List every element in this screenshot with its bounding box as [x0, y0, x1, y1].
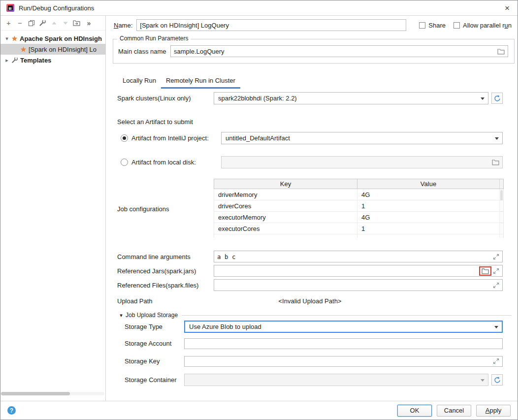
- sidebar-horizontal-scrollbar[interactable]: [0, 392, 104, 395]
- main-class-label: Main class name: [118, 48, 170, 55]
- storage-account-label: Storage Account: [125, 340, 184, 347]
- cell-key[interactable]: driverCores: [214, 202, 357, 210]
- scrollbar-thumb[interactable]: [1, 392, 70, 395]
- copy-configuration-button[interactable]: [26, 18, 37, 29]
- artifact-section-label: Select an Artifact to submit: [117, 118, 193, 126]
- storage-account-field[interactable]: [184, 338, 503, 349]
- tab-locally-run[interactable]: Locally Run: [118, 74, 161, 89]
- share-checkbox[interactable]: [419, 22, 425, 29]
- storage-key-label: Storage Key: [125, 357, 184, 365]
- browse-folder-icon[interactable]: [497, 48, 505, 55]
- tree-group-templates[interactable]: ▸ Templates: [0, 55, 105, 65]
- edit-defaults-button[interactable]: [37, 18, 48, 29]
- artifact-intellij-radio[interactable]: [121, 134, 128, 142]
- cell-value: [357, 234, 499, 238]
- apply-button[interactable]: Apply: [476, 405, 511, 417]
- storage-container-select[interactable]: [184, 374, 488, 386]
- referenced-files-input[interactable]: [217, 280, 493, 291]
- artifact-local-disk-radio[interactable]: [121, 159, 128, 166]
- table-scroll-corner: [499, 179, 503, 189]
- main-class-input[interactable]: [174, 46, 497, 57]
- help-icon[interactable]: ?: [7, 406, 16, 415]
- configurations-tree: ▾ Apache Spark on HDInsigh [Spark on HDI…: [0, 31, 105, 65]
- tree-item-label: Templates: [20, 57, 51, 64]
- allow-parallel-run-checkbox[interactable]: [453, 22, 460, 29]
- tree-item-label: [Spark on HDInsight] Lo: [29, 46, 97, 53]
- chevron-right-icon[interactable]: ▸: [3, 57, 10, 64]
- job-configurations-label: Job configurations: [117, 205, 169, 213]
- chevron-down-icon: [481, 97, 485, 100]
- cell-value[interactable]: 4G: [357, 189, 499, 200]
- artifact-local-disk-label: Artifact from local disk:: [131, 159, 221, 166]
- tab-remotely-run-in-cluster[interactable]: Remotely Run in Cluster: [161, 74, 240, 89]
- browse-folder-icon[interactable]: [482, 268, 489, 274]
- templates-wrench-icon: [11, 57, 18, 64]
- refresh-containers-button[interactable]: [491, 374, 503, 386]
- ok-button[interactable]: OK: [397, 405, 432, 417]
- cancel-button[interactable]: Cancel: [437, 405, 471, 417]
- allow-parallel-run-label: Allow parallel run: [463, 22, 512, 29]
- column-header-key[interactable]: Key: [214, 179, 357, 189]
- dialog-title: Run/Debug Configurations: [19, 4, 94, 12]
- artifact-intellij-label: Artifact from IntelliJ project:: [131, 134, 221, 142]
- selected-artifact: untitled_DefaultArtifact: [226, 134, 491, 142]
- chevron-down-icon: [495, 137, 499, 140]
- expand-icon[interactable]: [493, 358, 499, 364]
- move-up-button[interactable]: [48, 18, 60, 29]
- column-header-value[interactable]: Value: [357, 179, 499, 189]
- storage-key-field[interactable]: [184, 356, 503, 367]
- chevron-down-icon[interactable]: ▾: [3, 35, 10, 42]
- title-bar: Run/Debug Configurations ×: [0, 0, 518, 16]
- table-row[interactable]: driverCores 1: [214, 200, 503, 212]
- selected-cluster: spark22blobhdi (Spark: 2.2): [218, 95, 477, 102]
- table-scroll-track: [499, 212, 503, 223]
- storage-account-input[interactable]: [188, 339, 499, 349]
- storage-type-select[interactable]: Use Azure Blob to upload: [184, 321, 503, 333]
- table-scroll-track: [499, 200, 503, 211]
- table-row[interactable]: executorMemory 4G: [214, 212, 503, 223]
- move-into-folder-button[interactable]: [71, 18, 82, 29]
- job-configurations-table: Key Value driverMemory 4G driverCores 1 …: [214, 179, 504, 238]
- tree-group-apache-spark[interactable]: ▾ Apache Spark on HDInsigh: [0, 33, 105, 44]
- expand-icon[interactable]: [493, 254, 499, 260]
- artifact-local-path-field[interactable]: [221, 156, 503, 168]
- add-configuration-button[interactable]: +: [3, 18, 14, 29]
- expand-icon[interactable]: [493, 282, 499, 289]
- cell-key[interactable]: executorCores: [214, 225, 357, 232]
- refresh-clusters-button[interactable]: [491, 93, 503, 104]
- table-scroll-track: [499, 234, 503, 238]
- name-field[interactable]: [136, 19, 406, 31]
- referenced-jars-field[interactable]: [214, 265, 503, 277]
- cell-key[interactable]: executorMemory: [214, 214, 357, 221]
- job-upload-storage-label[interactable]: Job Upload Storage: [126, 312, 178, 319]
- cell-value[interactable]: 4G: [357, 212, 499, 223]
- collapse-arrow-icon[interactable]: ▾: [118, 312, 125, 319]
- remove-configuration-button[interactable]: −: [14, 18, 26, 29]
- table-row[interactable]: executorCores 1: [214, 223, 503, 234]
- storage-key-input[interactable]: [188, 356, 493, 366]
- table-vertical-scrollbar[interactable]: [499, 189, 503, 200]
- browse-folder-icon[interactable]: [492, 159, 499, 165]
- command-line-arguments-input[interactable]: [217, 251, 493, 262]
- section-separator-line: [182, 315, 512, 316]
- tree-item-logquery[interactable]: [Spark on HDInsight] Lo: [0, 44, 105, 55]
- command-line-arguments-field[interactable]: [214, 251, 503, 262]
- table-row-clipped[interactable]: [214, 234, 503, 238]
- close-icon[interactable]: ×: [503, 3, 512, 13]
- move-down-button[interactable]: [60, 18, 71, 29]
- artifact-select[interactable]: untitled_DefaultArtifact: [221, 132, 503, 144]
- name-input[interactable]: [140, 20, 403, 31]
- arrow-down-icon: [63, 20, 68, 26]
- cell-value[interactable]: 1: [357, 200, 499, 211]
- referenced-files-field[interactable]: [214, 279, 503, 291]
- cell-key[interactable]: driverMemory: [214, 191, 357, 198]
- table-row[interactable]: driverMemory 4G: [214, 189, 503, 200]
- wrench-icon: [39, 19, 46, 27]
- storage-type-label: Storage Type: [125, 323, 184, 330]
- more-actions-icon[interactable]: »: [83, 18, 95, 29]
- expand-icon[interactable]: [493, 268, 499, 274]
- cell-value[interactable]: 1: [357, 223, 499, 234]
- spark-clusters-select[interactable]: spark22blobhdi (Spark: 2.2): [214, 92, 488, 104]
- referenced-jars-input[interactable]: [217, 265, 477, 276]
- main-class-field[interactable]: [170, 45, 508, 57]
